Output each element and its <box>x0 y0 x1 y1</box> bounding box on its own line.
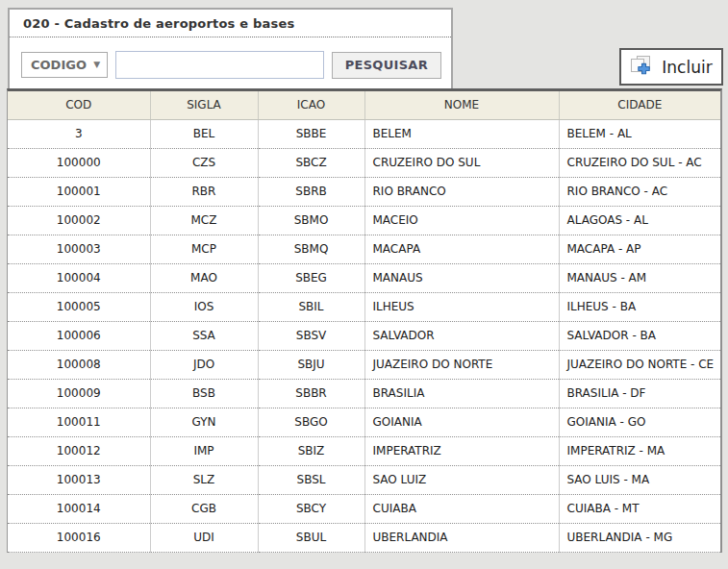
cell-cidade: BRASILIA - DF <box>559 379 720 408</box>
table-row[interactable]: 100009 BSB SBBR BRASILIA BRASILIA - DF <box>8 379 720 408</box>
table-row[interactable]: 100016 UDI SBUL UBERLANDIA UBERLANDIA - … <box>8 523 720 552</box>
incluir-button-label: Incluir <box>662 58 712 77</box>
cell-sigla: GYN <box>150 408 258 436</box>
cell-cod: 100012 <box>8 436 150 465</box>
cell-cidade: RIO BRANCO - AC <box>559 177 720 206</box>
airports-table-container: CODSIGLAICAONOMECIDADE 3 BEL SBBE BELEM … <box>7 88 722 553</box>
cell-sigla: SSA <box>150 321 258 350</box>
column-header: SIGLA <box>150 91 258 119</box>
cell-cod: 100008 <box>8 350 150 379</box>
cell-cidade: MANAUS - AM <box>559 263 720 292</box>
table-row[interactable]: 100001 RBR SBRB RIO BRANCO RIO BRANCO - … <box>8 177 720 206</box>
cell-cidade: JUAZEIRO DO NORTE - CE <box>559 350 720 379</box>
chevron-down-icon: ▼ <box>93 61 100 69</box>
table-row[interactable]: 100006 SSA SBSV SALVADOR SALVADOR - BA <box>8 321 720 350</box>
cell-icao: SBJU <box>258 350 364 379</box>
filter-type-dropdown[interactable]: CODIGO ▼ <box>21 52 108 78</box>
cell-nome: UBERLANDIA <box>364 523 559 552</box>
table-row[interactable]: 100003 MCP SBMQ MACAPA MACAPA - AP <box>8 235 720 263</box>
cell-sigla: MCP <box>150 235 258 263</box>
cell-cidade: SALVADOR - BA <box>559 321 720 350</box>
cell-icao: SBMQ <box>258 235 364 263</box>
cell-cod: 100009 <box>8 379 150 408</box>
cell-sigla: MCZ <box>150 206 258 235</box>
cell-cidade: ALAGOAS - AL <box>559 206 720 235</box>
cell-nome: GOIANIA <box>364 408 559 436</box>
table-header-row: CODSIGLAICAONOMECIDADE <box>8 91 720 119</box>
cell-sigla: SLZ <box>150 465 258 494</box>
cell-cod: 100006 <box>8 321 150 350</box>
cell-cidade: MACAPA - AP <box>559 235 720 263</box>
cell-nome: BRASILIA <box>364 379 559 408</box>
search-controls: CODIGO ▼ PESQUISAR <box>10 37 451 90</box>
cell-cod: 100004 <box>8 263 150 292</box>
incluir-button[interactable]: Incluir <box>619 48 723 86</box>
cell-icao: SBUL <box>258 523 364 552</box>
cell-icao: SBIZ <box>258 436 364 465</box>
cell-sigla: BEL <box>150 119 258 148</box>
cell-icao: SBIL <box>258 292 364 321</box>
table-row[interactable]: 100004 MAO SBEG MANAUS MANAUS - AM <box>8 263 720 292</box>
cell-icao: SBBR <box>258 379 364 408</box>
cell-nome: IMPERATRIZ <box>364 436 559 465</box>
table-row[interactable]: 100013 SLZ SBSL SAO LUIZ SAO LUIS - MA <box>8 465 720 494</box>
search-input[interactable] <box>115 51 324 79</box>
airports-table: CODSIGLAICAONOMECIDADE 3 BEL SBBE BELEM … <box>8 91 720 553</box>
cell-nome: CRUZEIRO DO SUL <box>364 148 559 177</box>
table-row[interactable]: 100002 MCZ SBMO MACEIO ALAGOAS - AL <box>8 206 720 235</box>
cell-cod: 100002 <box>8 206 150 235</box>
column-header: NOME <box>364 91 559 119</box>
cell-nome: JUAZEIRO DO NORTE <box>364 350 559 379</box>
cell-nome: MACEIO <box>364 206 559 235</box>
cell-cidade: ILHEUS - BA <box>559 292 720 321</box>
cell-nome: MACAPA <box>364 235 559 263</box>
cell-cidade: CUIABA - MT <box>559 494 720 523</box>
cell-cod: 100011 <box>8 408 150 436</box>
cell-cidade: BELEM - AL <box>559 119 720 148</box>
column-header: COD <box>8 91 150 119</box>
cell-sigla: CGB <box>150 494 258 523</box>
cell-icao: SBMO <box>258 206 364 235</box>
table-row[interactable]: 100008 JDO SBJU JUAZEIRO DO NORTE JUAZEI… <box>8 350 720 379</box>
table-row[interactable]: 100011 GYN SBGO GOIANIA GOIANIA - GO <box>8 408 720 436</box>
table-row[interactable]: 3 BEL SBBE BELEM BELEM - AL <box>8 119 720 148</box>
cell-cod: 3 <box>8 119 150 148</box>
cell-cidade: UBERLANDIA - MG <box>559 523 720 552</box>
page-title: 020 - Cadastro de aeroportos e bases <box>10 10 451 37</box>
cell-sigla: IMP <box>150 436 258 465</box>
filter-type-value: CODIGO <box>31 58 87 72</box>
cell-icao: SBCY <box>258 494 364 523</box>
cell-cod: 100013 <box>8 465 150 494</box>
cell-cod: 100001 <box>8 177 150 206</box>
cell-sigla: IOS <box>150 292 258 321</box>
table-row[interactable]: 100012 IMP SBIZ IMPERATRIZ IMPERATRIZ - … <box>8 436 720 465</box>
cell-cod: 100005 <box>8 292 150 321</box>
cell-sigla: JDO <box>150 350 258 379</box>
cell-sigla: CZS <box>150 148 258 177</box>
cell-icao: SBRB <box>258 177 364 206</box>
cell-icao: SBBE <box>258 119 364 148</box>
cell-icao: SBEG <box>258 263 364 292</box>
cell-nome: MANAUS <box>364 263 559 292</box>
table-row[interactable]: 100005 IOS SBIL ILHEUS ILHEUS - BA <box>8 292 720 321</box>
column-header: CIDADE <box>559 91 720 119</box>
app-window: 020 - Cadastro de aeroportos e bases COD… <box>0 0 728 569</box>
cell-cidade: GOIANIA - GO <box>559 408 720 436</box>
cell-nome: SAO LUIZ <box>364 465 559 494</box>
cell-nome: ILHEUS <box>364 292 559 321</box>
cell-icao: SBSL <box>258 465 364 494</box>
cell-sigla: RBR <box>150 177 258 206</box>
table-row[interactable]: 100014 CGB SBCY CUIABA CUIABA - MT <box>8 494 720 523</box>
cell-cidade: CRUZEIRO DO SUL - AC <box>559 148 720 177</box>
cell-nome: SALVADOR <box>364 321 559 350</box>
cell-cod: 100014 <box>8 494 150 523</box>
cell-nome: CUIABA <box>364 494 559 523</box>
cell-cod: 100000 <box>8 148 150 177</box>
table-row[interactable]: 100000 CZS SBCZ CRUZEIRO DO SUL CRUZEIRO… <box>8 148 720 177</box>
search-panel: 020 - Cadastro de aeroportos e bases COD… <box>8 8 453 92</box>
cell-cod: 100016 <box>8 523 150 552</box>
search-button[interactable]: PESQUISAR <box>332 52 441 79</box>
cell-cidade: IMPERATRIZ - MA <box>559 436 720 465</box>
cell-icao: SBCZ <box>258 148 364 177</box>
cell-sigla: MAO <box>150 263 258 292</box>
